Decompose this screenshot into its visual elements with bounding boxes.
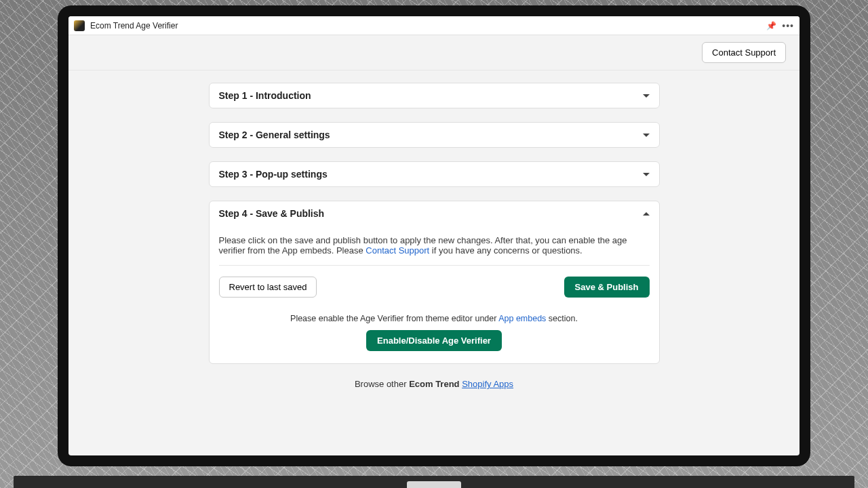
step4-accordion: Step 4 - Save & Publish Please click on … [209,201,660,364]
step1-accordion: Step 1 - Introduction [209,83,660,108]
step4-button-row: Revert to last saved Save & Publish [219,277,650,298]
footer-brand: Ecom Trend [409,379,459,389]
more-icon[interactable]: ••• [782,20,794,31]
step3-title: Step 3 - Pop-up settings [219,169,328,180]
step4-title: Step 4 - Save & Publish [219,208,325,219]
laptop-base [14,476,854,488]
contact-support-button[interactable]: Contact Support [702,42,786,63]
titlebar: Ecom Trend Age Verifier 📌 ••• [68,16,800,35]
save-publish-button[interactable]: Save & Publish [564,277,650,298]
step4-description: Please click on the save and publish but… [219,235,650,256]
chevron-down-icon [643,134,650,137]
chevron-down-icon [643,94,650,98]
enable-text-pre: Please enable the Age Verifier from them… [290,314,498,323]
step2-header[interactable]: Step 2 - General settings [210,123,659,147]
content: Step 1 - Introduction Step 2 - General s… [68,70,800,455]
laptop-frame: Ecom Trend Age Verifier 📌 ••• Contact Su… [58,5,810,466]
shopify-apps-link[interactable]: Shopify Apps [462,379,513,389]
footer-line: Browse other Ecom Trend Shopify Apps [209,379,660,389]
divider [219,265,650,266]
toolbar: Contact Support [68,35,800,70]
chevron-down-icon [643,173,650,176]
step4-body: Please click on the save and publish but… [210,226,659,363]
enable-help-text: Please enable the Age Verifier from them… [219,314,650,323]
step1-title: Step 1 - Introduction [219,90,311,101]
pin-icon[interactable]: 📌 [766,21,776,30]
step4-text-post: if you have any concerns or questions. [429,245,582,256]
screen: Ecom Trend Age Verifier 📌 ••• Contact Su… [68,16,800,455]
step2-title: Step 2 - General settings [219,129,330,140]
step4-header[interactable]: Step 4 - Save & Publish [210,201,659,226]
laptop-notch [407,481,461,488]
step1-header[interactable]: Step 1 - Introduction [210,83,659,108]
enable-text-post: section. [546,314,578,323]
step3-header[interactable]: Step 3 - Pop-up settings [210,162,659,186]
enable-disable-button[interactable]: Enable/Disable Age Verifier [366,330,502,351]
app-title: Ecom Trend Age Verifier [90,21,178,30]
contact-support-link[interactable]: Contact Support [366,245,429,256]
step2-accordion: Step 2 - General settings [209,122,660,148]
app-icon [74,20,85,31]
revert-button[interactable]: Revert to last saved [219,277,317,298]
app-embeds-link[interactable]: App embeds [498,314,546,323]
chevron-up-icon [643,212,650,216]
footer-pre: Browse other [355,379,409,389]
step3-accordion: Step 3 - Pop-up settings [209,161,660,187]
